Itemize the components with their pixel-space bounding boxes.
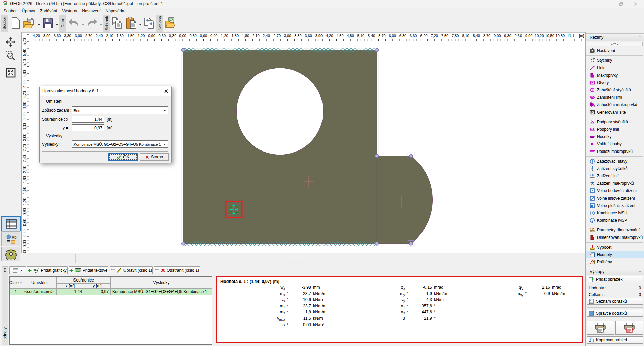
- result-row: m2=1,8kNm/m: [258, 309, 326, 315]
- cell-y[interactable]: 0,97: [84, 289, 111, 295]
- column-header-x[interactable]: x [m]: [57, 284, 84, 289]
- ruler-label: 6,30: [399, 34, 406, 38]
- outputs-minimize-button[interactable]: –: [639, 268, 641, 274]
- lines-icon: [589, 65, 595, 71]
- mode-item-linie[interactable]: Linie: [586, 64, 644, 72]
- mode-item-zahusteni-makroprvku[interactable]: Zahuštění makroprvků: [586, 101, 644, 109]
- gear-icon[interactable]: [1, 247, 20, 261]
- mode-item-zahusteni-linii[interactable]: Zahuštění linií: [586, 94, 644, 101]
- add-picture-button[interactable]: Přidat obrázek: [587, 276, 643, 283]
- ruler-label: 0,60: [22, 219, 27, 226]
- slab-macroelement-2[interactable]: [377, 156, 432, 244]
- dialog-title-bar[interactable]: Úprava vlastností hodnoty č. 1: [40, 86, 171, 96]
- new-file-button[interactable]: [9, 16, 22, 30]
- mode-item-generovani-site[interactable]: Generování sítě: [586, 109, 644, 116]
- mode-item-otvory[interactable]: Otvory: [586, 79, 644, 86]
- mode-item-kombinace-msu[interactable]: 1Kombinace MSÚ: [586, 209, 644, 217]
- equals-sign: =: [525, 283, 528, 290]
- edit-value-button[interactable]: Upravit (číslo 1): [110, 266, 153, 274]
- mode-item-kombinace-msp[interactable]: 2Kombinace MSP: [586, 217, 644, 224]
- print-preview-button[interactable]: [143, 16, 156, 30]
- column-header-y[interactable]: y [m]: [84, 284, 111, 289]
- mode-item-dimenzovani-makroprvku[interactable]: Dimenzování makroprvků: [586, 234, 644, 241]
- mode-item-volne-plosne-zatizeni[interactable]: Volné plošné zatížení: [586, 202, 644, 209]
- cell-x[interactable]: 1,44: [57, 289, 84, 295]
- minimize-button[interactable]: [600, 0, 611, 8]
- menu-item-5[interactable]: Nastavení: [80, 8, 103, 14]
- drawing-settings-button[interactable]: Ab: [1, 231, 20, 246]
- mode-item-zatizeni-stycniku[interactable]: Zatížení styčníků: [586, 165, 644, 172]
- add-graphic-button[interactable]: Přidat graficky: [27, 266, 68, 274]
- menu-item-1[interactable]: Soubor: [1, 8, 19, 14]
- ok-button[interactable]: OK: [108, 153, 138, 161]
- coord-x-input[interactable]: 1,44: [72, 116, 104, 123]
- picture-list-button[interactable]: Seznam obrázků: [587, 298, 643, 305]
- group-results-label: Výsledky: [46, 134, 62, 138]
- zoom-tool-button[interactable]: [1, 49, 20, 63]
- redo-dropdown[interactable]: [99, 23, 103, 27]
- save-button[interactable]: [42, 16, 54, 30]
- cell-number[interactable]: 1: [10, 289, 22, 295]
- open-file-dropdown[interactable]: [37, 23, 41, 27]
- menu-item-3[interactable]: Zadávání: [38, 8, 60, 14]
- fit-view-button[interactable]: [1, 66, 20, 79]
- mode-item-podpory-stycniku[interactable]: Podpory styčníků: [586, 118, 644, 126]
- restore-button[interactable]: [615, 0, 627, 8]
- add-text-button[interactable]: Přidat textově: [69, 266, 108, 274]
- paste-dropdown[interactable]: [138, 23, 142, 27]
- mode-item-podpory-linii[interactable]: Podpory linií: [586, 126, 644, 133]
- values-side-tab[interactable]: Hodnoty: [2, 266, 8, 345]
- coord-y-input[interactable]: 0,97: [72, 124, 104, 131]
- mode-item-parametry-dimenzovani[interactable]: 1,2Parametry dimenzování: [586, 226, 644, 234]
- remove-value-button[interactable]: Odstranit (číslo 1): [154, 266, 200, 274]
- mode-item-hodnoty[interactable]: Hodnoty: [586, 251, 644, 258]
- print-report-button[interactable]: [615, 321, 643, 335]
- mode-item-zahusteni-stycniku[interactable]: Zahuštění styčníků: [586, 86, 644, 94]
- menu-item-4[interactable]: Výstupy: [60, 8, 80, 14]
- mode-item-nastaveni[interactable]: Nastavení: [586, 47, 644, 54]
- open-file-button[interactable]: [23, 16, 36, 30]
- redo-button[interactable]: [86, 16, 98, 30]
- horizontal-splitter[interactable]: [0, 253, 585, 264]
- mode-item-prubehy[interactable]: Průběhy: [586, 258, 644, 266]
- mode-item-vnitrni-klouby[interactable]: Vnitřní klouby: [586, 140, 644, 148]
- undo-button[interactable]: [67, 16, 80, 30]
- mode-item-zatizeni-makroprvku[interactable]: Zatížení makroprvků: [586, 180, 644, 187]
- column-header-location[interactable]: Umístění: [22, 277, 57, 289]
- cancel-button[interactable]: Storno: [140, 153, 169, 161]
- template-button[interactable]: [165, 16, 178, 30]
- list-options-button[interactable]: [9, 266, 26, 274]
- column-header-coordinates[interactable]: Souřadnice: [57, 277, 111, 284]
- menu-item-2[interactable]: Úpravy: [19, 8, 38, 14]
- mode-item-zatizeni-linii[interactable]: Zatížení linií: [586, 172, 644, 180]
- mode-item-volne-bodove-zatizeni[interactable]: Volné bodové zatížení: [586, 187, 644, 194]
- mode-item-nosniky[interactable]: Nosníky: [586, 133, 644, 140]
- paste-button[interactable]: [125, 16, 138, 30]
- mode-item-podlozi-makroprvku[interactable]: Podloží makroprvků: [586, 148, 644, 155]
- column-header-number[interactable]: Číslo: [10, 277, 22, 289]
- table-view-button[interactable]: [1, 216, 21, 231]
- modes-collapse-bar[interactable]: [587, 42, 643, 46]
- copy-button[interactable]: [111, 16, 123, 30]
- cell-results[interactable]: Kombinace MSÚ: G1+G2+Q3+G4+Q5 Kombinace …: [111, 289, 212, 295]
- dialog-close-icon[interactable]: [164, 89, 168, 93]
- entry-mode-select[interactable]: Bod: [72, 106, 168, 114]
- modes-minimize-button[interactable]: –: [639, 34, 641, 39]
- undo-dropdown[interactable]: [81, 23, 85, 27]
- addin-manager-button[interactable]: Správce dodatků: [587, 310, 643, 317]
- mode-item-vypocet[interactable]: Výpočet: [586, 244, 644, 251]
- opening-circle[interactable]: [237, 68, 324, 155]
- results-select[interactable]: Kombinace MSÚ: G1+G2+Q3+G4+Q5 Kombinace …: [72, 140, 168, 148]
- save-dropdown[interactable]: [55, 23, 59, 27]
- mode-item-makroprvky[interactable]: Makroprvky: [586, 72, 644, 79]
- mode-item-volne-liniove-zatizeni[interactable]: Volné liniové zatížení: [586, 194, 644, 202]
- pan-tool-button[interactable]: [1, 35, 20, 49]
- mode-item-zatezovaci-stavy[interactable]: Zatěžovací stavy: [586, 158, 644, 165]
- close-icon[interactable]: [630, 0, 641, 8]
- column-header-results[interactable]: Výsledky: [111, 277, 212, 289]
- cell-location[interactable]: <souřadnicemi>: [22, 289, 57, 295]
- copy-view-button[interactable]: Kopírovat pohled: [587, 336, 643, 344]
- mode-item-stycniky[interactable]: Styčníky: [586, 57, 644, 64]
- menu-item-6[interactable]: Nápověda: [103, 8, 127, 14]
- print-button[interactable]: [587, 321, 614, 335]
